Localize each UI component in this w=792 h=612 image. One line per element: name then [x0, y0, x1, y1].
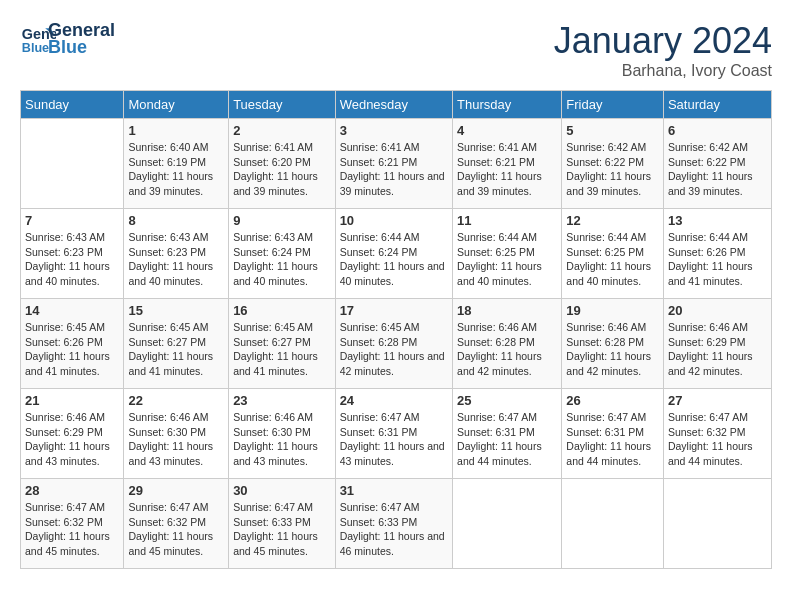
title-block: January 2024 Barhana, Ivory Coast — [554, 20, 772, 80]
day-number: 2 — [233, 123, 331, 138]
day-cell: 2Sunrise: 6:41 AMSunset: 6:20 PMDaylight… — [229, 119, 336, 209]
day-number: 27 — [668, 393, 767, 408]
day-cell: 25Sunrise: 6:47 AMSunset: 6:31 PMDayligh… — [453, 389, 562, 479]
day-cell: 14Sunrise: 6:45 AMSunset: 6:26 PMDayligh… — [21, 299, 124, 389]
day-cell: 23Sunrise: 6:46 AMSunset: 6:30 PMDayligh… — [229, 389, 336, 479]
day-cell — [453, 479, 562, 569]
day-info: Sunrise: 6:45 AMSunset: 6:27 PMDaylight:… — [128, 320, 224, 379]
week-row-2: 7Sunrise: 6:43 AMSunset: 6:23 PMDaylight… — [21, 209, 772, 299]
day-number: 4 — [457, 123, 557, 138]
day-info: Sunrise: 6:41 AMSunset: 6:21 PMDaylight:… — [340, 140, 448, 199]
location-subtitle: Barhana, Ivory Coast — [554, 62, 772, 80]
day-info: Sunrise: 6:42 AMSunset: 6:22 PMDaylight:… — [566, 140, 659, 199]
day-info: Sunrise: 6:47 AMSunset: 6:31 PMDaylight:… — [457, 410, 557, 469]
header-tuesday: Tuesday — [229, 91, 336, 119]
day-number: 19 — [566, 303, 659, 318]
day-number: 29 — [128, 483, 224, 498]
day-number: 12 — [566, 213, 659, 228]
header-monday: Monday — [124, 91, 229, 119]
day-cell: 16Sunrise: 6:45 AMSunset: 6:27 PMDayligh… — [229, 299, 336, 389]
day-info: Sunrise: 6:44 AMSunset: 6:25 PMDaylight:… — [566, 230, 659, 289]
day-cell — [21, 119, 124, 209]
day-cell: 20Sunrise: 6:46 AMSunset: 6:29 PMDayligh… — [663, 299, 771, 389]
day-cell — [663, 479, 771, 569]
day-info: Sunrise: 6:43 AMSunset: 6:24 PMDaylight:… — [233, 230, 331, 289]
day-cell: 27Sunrise: 6:47 AMSunset: 6:32 PMDayligh… — [663, 389, 771, 479]
day-number: 8 — [128, 213, 224, 228]
day-info: Sunrise: 6:42 AMSunset: 6:22 PMDaylight:… — [668, 140, 767, 199]
header-thursday: Thursday — [453, 91, 562, 119]
day-info: Sunrise: 6:47 AMSunset: 6:31 PMDaylight:… — [340, 410, 448, 469]
day-info: Sunrise: 6:43 AMSunset: 6:23 PMDaylight:… — [128, 230, 224, 289]
calendar-table: SundayMondayTuesdayWednesdayThursdayFrid… — [20, 90, 772, 569]
day-number: 14 — [25, 303, 119, 318]
header-sunday: Sunday — [21, 91, 124, 119]
day-info: Sunrise: 6:47 AMSunset: 6:32 PMDaylight:… — [128, 500, 224, 559]
day-info: Sunrise: 6:46 AMSunset: 6:30 PMDaylight:… — [128, 410, 224, 469]
day-info: Sunrise: 6:46 AMSunset: 6:29 PMDaylight:… — [668, 320, 767, 379]
header-friday: Friday — [562, 91, 664, 119]
day-number: 31 — [340, 483, 448, 498]
day-info: Sunrise: 6:47 AMSunset: 6:31 PMDaylight:… — [566, 410, 659, 469]
day-info: Sunrise: 6:44 AMSunset: 6:26 PMDaylight:… — [668, 230, 767, 289]
day-cell: 18Sunrise: 6:46 AMSunset: 6:28 PMDayligh… — [453, 299, 562, 389]
page-header: General Blue General Blue January 2024 B… — [20, 20, 772, 80]
day-number: 30 — [233, 483, 331, 498]
day-cell: 10Sunrise: 6:44 AMSunset: 6:24 PMDayligh… — [335, 209, 452, 299]
day-info: Sunrise: 6:45 AMSunset: 6:27 PMDaylight:… — [233, 320, 331, 379]
day-info: Sunrise: 6:44 AMSunset: 6:24 PMDaylight:… — [340, 230, 448, 289]
week-row-1: 1Sunrise: 6:40 AMSunset: 6:19 PMDaylight… — [21, 119, 772, 209]
day-cell: 6Sunrise: 6:42 AMSunset: 6:22 PMDaylight… — [663, 119, 771, 209]
day-cell: 11Sunrise: 6:44 AMSunset: 6:25 PMDayligh… — [453, 209, 562, 299]
week-row-5: 28Sunrise: 6:47 AMSunset: 6:32 PMDayligh… — [21, 479, 772, 569]
day-number: 9 — [233, 213, 331, 228]
header-saturday: Saturday — [663, 91, 771, 119]
day-number: 26 — [566, 393, 659, 408]
header-wednesday: Wednesday — [335, 91, 452, 119]
day-cell: 5Sunrise: 6:42 AMSunset: 6:22 PMDaylight… — [562, 119, 664, 209]
day-cell: 13Sunrise: 6:44 AMSunset: 6:26 PMDayligh… — [663, 209, 771, 299]
day-cell: 21Sunrise: 6:46 AMSunset: 6:29 PMDayligh… — [21, 389, 124, 479]
day-cell: 8Sunrise: 6:43 AMSunset: 6:23 PMDaylight… — [124, 209, 229, 299]
day-number: 16 — [233, 303, 331, 318]
day-cell: 22Sunrise: 6:46 AMSunset: 6:30 PMDayligh… — [124, 389, 229, 479]
day-cell: 17Sunrise: 6:45 AMSunset: 6:28 PMDayligh… — [335, 299, 452, 389]
day-number: 21 — [25, 393, 119, 408]
calendar-header-row: SundayMondayTuesdayWednesdayThursdayFrid… — [21, 91, 772, 119]
week-row-3: 14Sunrise: 6:45 AMSunset: 6:26 PMDayligh… — [21, 299, 772, 389]
week-row-4: 21Sunrise: 6:46 AMSunset: 6:29 PMDayligh… — [21, 389, 772, 479]
day-info: Sunrise: 6:45 AMSunset: 6:28 PMDaylight:… — [340, 320, 448, 379]
day-cell: 30Sunrise: 6:47 AMSunset: 6:33 PMDayligh… — [229, 479, 336, 569]
day-number: 10 — [340, 213, 448, 228]
day-info: Sunrise: 6:46 AMSunset: 6:28 PMDaylight:… — [566, 320, 659, 379]
day-number: 5 — [566, 123, 659, 138]
day-cell: 31Sunrise: 6:47 AMSunset: 6:33 PMDayligh… — [335, 479, 452, 569]
day-info: Sunrise: 6:45 AMSunset: 6:26 PMDaylight:… — [25, 320, 119, 379]
day-number: 24 — [340, 393, 448, 408]
day-info: Sunrise: 6:41 AMSunset: 6:20 PMDaylight:… — [233, 140, 331, 199]
day-number: 20 — [668, 303, 767, 318]
day-cell — [562, 479, 664, 569]
month-title: January 2024 — [554, 20, 772, 62]
day-number: 3 — [340, 123, 448, 138]
day-cell: 9Sunrise: 6:43 AMSunset: 6:24 PMDaylight… — [229, 209, 336, 299]
day-cell: 26Sunrise: 6:47 AMSunset: 6:31 PMDayligh… — [562, 389, 664, 479]
day-info: Sunrise: 6:47 AMSunset: 6:32 PMDaylight:… — [668, 410, 767, 469]
day-info: Sunrise: 6:47 AMSunset: 6:33 PMDaylight:… — [340, 500, 448, 559]
day-info: Sunrise: 6:43 AMSunset: 6:23 PMDaylight:… — [25, 230, 119, 289]
day-cell: 28Sunrise: 6:47 AMSunset: 6:32 PMDayligh… — [21, 479, 124, 569]
day-number: 11 — [457, 213, 557, 228]
day-number: 15 — [128, 303, 224, 318]
day-info: Sunrise: 6:47 AMSunset: 6:32 PMDaylight:… — [25, 500, 119, 559]
logo-line2: Blue — [48, 37, 115, 58]
day-number: 17 — [340, 303, 448, 318]
day-cell: 29Sunrise: 6:47 AMSunset: 6:32 PMDayligh… — [124, 479, 229, 569]
logo: General Blue General Blue — [20, 20, 115, 58]
day-cell: 4Sunrise: 6:41 AMSunset: 6:21 PMDaylight… — [453, 119, 562, 209]
day-cell: 15Sunrise: 6:45 AMSunset: 6:27 PMDayligh… — [124, 299, 229, 389]
day-number: 1 — [128, 123, 224, 138]
day-number: 7 — [25, 213, 119, 228]
day-info: Sunrise: 6:46 AMSunset: 6:30 PMDaylight:… — [233, 410, 331, 469]
day-info: Sunrise: 6:46 AMSunset: 6:29 PMDaylight:… — [25, 410, 119, 469]
day-cell: 1Sunrise: 6:40 AMSunset: 6:19 PMDaylight… — [124, 119, 229, 209]
